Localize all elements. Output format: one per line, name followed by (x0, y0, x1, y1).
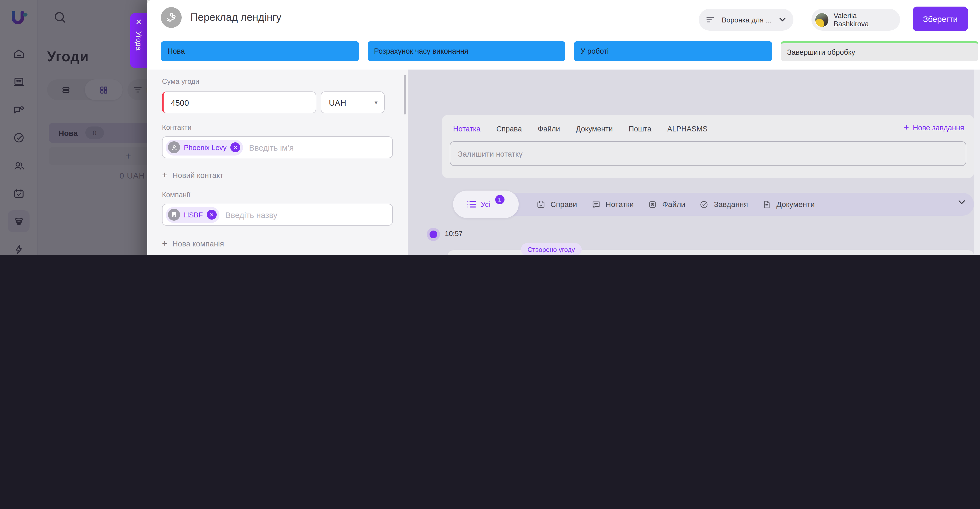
dropdown-arrow-icon: ▾ (375, 99, 377, 106)
filter-notes-label: Нотатки (605, 200, 634, 209)
activity-panel: Нотатка Справа Файли Документи Пошта ALP… (408, 70, 980, 255)
deal-form: Сума угоди 4500 UAH ▾ Контакти Phoenix L… (147, 70, 408, 255)
contact-chip[interactable]: Phoenix Levy ✕ (166, 139, 243, 155)
filter-items: Справи Нотатки Файли Завдання (536, 193, 815, 216)
pipeline-stages: Нова Розрахунок часу виконання У роботі … (161, 41, 978, 61)
add-company-label: Нова компанія (172, 239, 224, 248)
amount-value: 4500 (171, 98, 189, 107)
filter-files-label: Файли (662, 200, 685, 209)
contacts-field[interactable]: Phoenix Levy ✕ (162, 136, 393, 158)
user-name: Valeriia Bashkirova (834, 11, 892, 28)
timeline-dot (427, 228, 440, 241)
chevron-down-icon[interactable] (958, 200, 965, 205)
filter-tasks[interactable]: Завдання (700, 199, 748, 209)
list-icon (468, 200, 476, 208)
add-contact-button[interactable]: + Новий контакт (162, 170, 224, 181)
funnel-selector-label: Воронка для ... (722, 16, 772, 24)
filter-all[interactable]: Усі 1 (453, 191, 519, 218)
attachment-icon (648, 199, 657, 209)
tab-mail[interactable]: Пошта (629, 124, 651, 133)
panel-scrollbar-track[interactable] (974, 70, 980, 255)
building-icon (168, 209, 180, 221)
user-avatar (815, 12, 829, 27)
deal-handshake-icon (161, 7, 182, 28)
new-task-button[interactable]: + Нове завдання (904, 123, 964, 132)
tab-alphasms[interactable]: ALPHASMS (667, 124, 708, 133)
composer-tabs: Нотатка Справа Файли Документи Пошта ALP… (453, 123, 708, 135)
filter-cases[interactable]: Справи (536, 199, 577, 209)
currency-select[interactable]: UAH ▾ (321, 91, 385, 113)
contact-search-input[interactable] (248, 142, 330, 153)
companies-label: Компанії (162, 191, 190, 199)
drawer-tab-label: Угода (135, 31, 143, 50)
filter-tasks-label: Завдання (714, 200, 748, 209)
tab-note[interactable]: Нотатка (453, 124, 480, 133)
new-task-label: Нове завдання (913, 123, 964, 132)
currency-value: UAH (329, 98, 346, 107)
add-company-button[interactable]: + Нова компанія (162, 238, 224, 249)
filter-notes[interactable]: Нотатки (591, 199, 634, 209)
company-chip-name: HSBF (184, 211, 203, 219)
amount-label: Сума угоди (162, 77, 199, 85)
person-icon (168, 141, 180, 153)
stage-estimate[interactable]: Розрахунок часу виконання (368, 41, 565, 61)
funnel-selector[interactable]: Воронка для ... (699, 9, 794, 31)
check-circle-icon (700, 199, 709, 209)
plus-icon: + (162, 170, 167, 181)
document-icon (762, 199, 772, 209)
add-contact-label: Новий контакт (172, 171, 224, 180)
tab-documents[interactable]: Документи (576, 124, 613, 133)
filter-cases-label: Справи (550, 200, 577, 209)
deal-title: Переклад лендінгу (191, 11, 282, 24)
companies-field[interactable]: HSBF ✕ (162, 204, 393, 226)
form-scrollbar[interactable] (404, 75, 406, 115)
save-button-top[interactable]: Зберегти (913, 6, 968, 31)
company-search-input[interactable] (224, 209, 306, 220)
tab-files[interactable]: Файли (538, 124, 560, 133)
funnel-lines-icon (706, 16, 714, 23)
activity-composer-card: Нотатка Справа Файли Документи Пошта ALP… (442, 115, 974, 178)
filter-documents-label: Документи (776, 200, 815, 209)
tab-case[interactable]: Справа (496, 124, 522, 133)
remove-company-icon[interactable]: ✕ (207, 210, 216, 220)
remove-contact-icon[interactable]: ✕ (231, 142, 240, 152)
note-bubble-icon (591, 199, 601, 209)
calendar-check-icon (536, 199, 546, 209)
close-icon[interactable]: ✕ (135, 18, 142, 26)
amount-field[interactable]: 4500 (162, 91, 316, 113)
chevron-down-icon (779, 18, 786, 22)
contact-chip-name: Phoenix Levy (184, 143, 226, 152)
filter-files[interactable]: Файли (648, 199, 685, 209)
deal-drawer-tab[interactable]: ✕ Угода (130, 13, 147, 68)
filter-all-badge: 1 (495, 195, 504, 204)
modal-backdrop[interactable] (0, 0, 147, 255)
event-badge: Створено угоду (521, 243, 581, 255)
plus-icon: + (162, 238, 167, 249)
stage-new[interactable]: Нова (161, 41, 359, 61)
app-root: ? Угоди Вор Нова 0 + 0 UAH (0, 0, 980, 255)
timeline-time: 10:57 (445, 230, 463, 238)
deal-modal: Переклад лендінгу Воронка для ... Valeri… (147, 0, 980, 255)
timeline-filterbar: Усі 1 Справи Нотатки Файли (454, 193, 974, 216)
filter-documents[interactable]: Документи (762, 199, 815, 209)
contacts-label: Контакти (162, 123, 191, 131)
plus-icon: + (904, 123, 909, 132)
stage-in-progress[interactable]: У роботі (574, 41, 772, 61)
company-chip[interactable]: HSBF ✕ (166, 207, 219, 223)
stage-finish[interactable]: Завершити обробку (781, 41, 978, 61)
note-input[interactable] (450, 141, 966, 166)
responsible-user[interactable]: Valeriia Bashkirova (811, 9, 900, 31)
filter-all-label: Усі (481, 200, 490, 209)
